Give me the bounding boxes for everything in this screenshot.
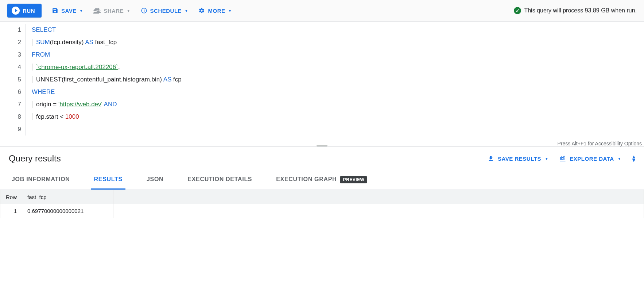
save-results-label: SAVE RESULTS bbox=[498, 156, 541, 162]
chevron-down-icon: ▼ bbox=[618, 157, 621, 161]
sql-editor[interactable]: 123456789 SELECTSUM(fcp.density) AS fast… bbox=[0, 22, 644, 147]
share-label: SHARE bbox=[104, 8, 124, 14]
cell-fast-fcp: 0.69770000000000021 bbox=[22, 204, 113, 218]
svg-point-0 bbox=[97, 8, 100, 11]
more-button[interactable]: MORE ▼ bbox=[198, 7, 232, 14]
schedule-label: SCHEDULE bbox=[150, 8, 182, 14]
expand-collapse-button[interactable]: ▴▾ bbox=[632, 155, 635, 162]
share-icon bbox=[93, 7, 101, 14]
run-label: RUN bbox=[23, 8, 35, 14]
gear-icon bbox=[198, 7, 205, 14]
save-results-button[interactable]: SAVE RESULTS ▼ bbox=[488, 155, 548, 162]
schedule-button[interactable]: SCHEDULE ▼ bbox=[141, 7, 189, 14]
tab-results[interactable]: RESULTS bbox=[91, 170, 125, 190]
explore-data-button[interactable]: EXPLORE DATA ▼ bbox=[559, 155, 621, 162]
chevron-down-icon: ▼ bbox=[228, 9, 232, 13]
share-button[interactable]: SHARE ▼ bbox=[93, 7, 130, 14]
tab-execution-graph-label: EXECUTION GRAPH bbox=[276, 176, 337, 182]
col-empty bbox=[113, 190, 644, 204]
resize-grip[interactable] bbox=[317, 145, 327, 146]
col-fast-fcp: fast_fcp bbox=[22, 190, 113, 204]
col-row: Row bbox=[0, 190, 22, 204]
line-gutter: 123456789 bbox=[0, 24, 26, 136]
preview-badge: PREVIEW bbox=[340, 176, 367, 183]
results-title: Query results bbox=[9, 153, 477, 164]
toolbar: RUN SAVE ▼ SHARE ▼ SCHEDULE ▼ MORE ▼ ✓ T… bbox=[0, 0, 644, 22]
chart-icon bbox=[559, 155, 566, 162]
download-icon bbox=[488, 155, 494, 162]
tab-execution-graph[interactable]: EXECUTION GRAPH PREVIEW bbox=[273, 170, 370, 190]
a11y-hint: Press Alt+F1 for Accessibility Options bbox=[558, 141, 642, 146]
table-header-row: Row fast_fcp bbox=[0, 190, 644, 204]
tab-execution-details[interactable]: EXECUTION DETAILS bbox=[185, 170, 255, 190]
run-button[interactable]: RUN bbox=[7, 4, 42, 18]
check-icon: ✓ bbox=[514, 7, 521, 14]
code-area[interactable]: SELECTSUM(fcp.density) AS fast_fcpFROM`c… bbox=[26, 24, 644, 136]
results-table: Row fast_fcp 1 0.69770000000000021 bbox=[0, 190, 644, 218]
table-row: 1 0.69770000000000021 bbox=[0, 204, 644, 218]
save-icon bbox=[52, 7, 58, 14]
chevron-down-icon: ▼ bbox=[185, 9, 188, 13]
tab-json[interactable]: JSON bbox=[144, 170, 166, 190]
tab-job-information[interactable]: JOB INFORMATION bbox=[9, 170, 73, 190]
more-label: MORE bbox=[208, 8, 225, 14]
explore-data-label: EXPLORE DATA bbox=[570, 156, 614, 162]
chevron-down-icon: ▼ bbox=[127, 9, 130, 13]
chevron-down-icon: ▼ bbox=[79, 9, 83, 13]
save-button[interactable]: SAVE ▼ bbox=[52, 7, 83, 14]
save-label: SAVE bbox=[61, 8, 77, 14]
chevron-down-icon: ▼ bbox=[545, 157, 548, 161]
cell-empty bbox=[113, 204, 644, 218]
cell-row: 1 bbox=[0, 204, 22, 218]
results-header: Query results SAVE RESULTS ▼ EXPLORE DAT… bbox=[0, 147, 644, 170]
clock-icon bbox=[141, 7, 147, 14]
status-text: This query will process 93.89 GB when ru… bbox=[524, 7, 637, 14]
results-tabs: JOB INFORMATION RESULTS JSON EXECUTION D… bbox=[0, 170, 644, 190]
play-icon bbox=[12, 7, 20, 15]
query-status: ✓ This query will process 93.89 GB when … bbox=[514, 7, 637, 14]
